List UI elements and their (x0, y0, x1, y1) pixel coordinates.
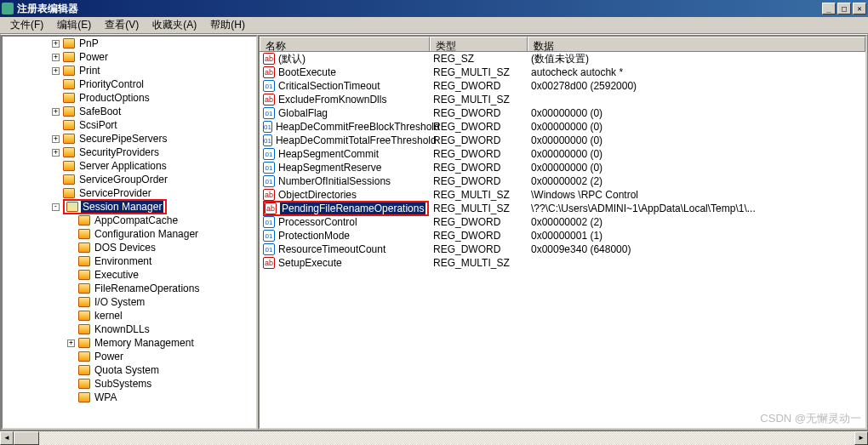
tree-node[interactable]: Configuration Manager (3, 227, 256, 241)
tree-node[interactable]: ScsiPort (3, 118, 256, 132)
expand-icon[interactable]: + (67, 339, 75, 347)
list-row[interactable]: GlobalFlagREG_DWORD0x00000000 (0) (260, 106, 865, 120)
dword-value-icon (263, 243, 275, 255)
scroll-right-button[interactable]: ► (854, 431, 868, 445)
tree-label: Power (93, 351, 125, 362)
list-row[interactable]: ObjectDirectoriesREG_MULTI_SZ\Windows \R… (260, 188, 865, 202)
tree-node[interactable]: FileRenameOperations (3, 282, 256, 295)
value-name: CriticalSectionTimeout (278, 80, 380, 92)
folder-icon (78, 351, 90, 362)
folder-icon (63, 174, 75, 185)
dword-value-icon (263, 230, 275, 242)
scroll-left-button[interactable]: ◄ (0, 431, 14, 445)
close-button[interactable]: ✕ (853, 3, 866, 14)
list-row[interactable]: ProtectionModeREG_DWORD0x00000001 (1) (260, 229, 865, 242)
list-row[interactable]: HeapDeCommitFreeBlockThresholdREG_DWORD0… (260, 120, 865, 134)
folder-icon (78, 392, 90, 402)
tree-label: SecurePipeServers (77, 133, 168, 145)
tree-node[interactable]: +Power (3, 50, 256, 64)
header-data[interactable]: 数据 (528, 37, 865, 51)
value-name: (默认) (278, 52, 306, 66)
tree-node[interactable]: ProductOptions (3, 91, 256, 105)
expand-icon[interactable]: + (52, 149, 60, 157)
tree-node[interactable]: Environment (3, 254, 256, 268)
header-type[interactable]: 类型 (430, 37, 528, 51)
tree-node[interactable]: kernel (3, 309, 256, 322)
folder-icon (78, 311, 90, 321)
tree-node[interactable]: Power (3, 350, 256, 363)
horizontal-scrollbar[interactable]: ◄ ► (0, 431, 868, 444)
list-row[interactable]: ResourceTimeoutCountREG_DWORD0x0009e340 … (260, 242, 865, 256)
tree-node[interactable]: PriorityControl (3, 77, 256, 91)
header-name[interactable]: 名称 (260, 37, 430, 51)
tree-label: Server Applications (77, 160, 168, 172)
expand-icon[interactable]: + (52, 135, 60, 143)
tree-node[interactable]: WPA (3, 391, 256, 404)
tree-node[interactable]: +PnP (3, 37, 256, 50)
tree-node[interactable]: KnownDLLs (3, 322, 256, 336)
scroll-thumb[interactable] (14, 431, 39, 445)
tree-node[interactable]: +SecurityProviders (3, 145, 256, 159)
expand-icon[interactable]: + (52, 54, 60, 61)
tree-node[interactable]: ServiceGroupOrder (3, 173, 256, 186)
tree-node[interactable]: AppCompatCache (3, 214, 256, 227)
dword-value-icon (263, 134, 272, 146)
tree-node[interactable]: -Session Manager (3, 200, 256, 214)
window-controls: _ □ ✕ (822, 3, 866, 14)
list-row[interactable]: CriticalSectionTimeoutREG_DWORD0x00278d0… (260, 79, 865, 93)
minimize-button[interactable]: _ (822, 3, 836, 14)
tree-label: DOS Devices (93, 242, 157, 254)
list-row[interactable]: ProcessorControlREG_DWORD0x00000002 (2) (260, 215, 865, 229)
list-row[interactable]: PendingFileRenameOperationsREG_MULTI_SZ\… (260, 202, 865, 215)
tree-label: FileRenameOperations (93, 282, 201, 294)
tree-node[interactable]: +SecurePipeServers (3, 132, 256, 145)
folder-icon (78, 324, 90, 334)
expand-icon[interactable]: + (52, 40, 60, 48)
list-row[interactable]: SetupExecuteREG_MULTI_SZ (260, 256, 865, 270)
list-row[interactable]: NumberOfInitialSessionsREG_DWORD0x000000… (260, 174, 865, 188)
folder-icon (63, 66, 75, 76)
tree-node[interactable]: +Print (3, 64, 256, 77)
tree-node[interactable]: SubSystems (3, 377, 256, 391)
tree-node[interactable]: Executive (3, 268, 256, 282)
tree-node[interactable]: I/O System (3, 295, 256, 309)
tree-node[interactable]: +SafeBoot (3, 105, 256, 118)
dword-value-icon (263, 148, 275, 160)
list-row[interactable]: BootExecuteREG_MULTI_SZautocheck autochk… (260, 66, 865, 79)
menu-favorites[interactable]: 收藏夹(A) (146, 16, 203, 34)
menu-edit[interactable]: 编辑(E) (50, 16, 98, 34)
value-type: REG_DWORD (430, 162, 528, 174)
menu-help[interactable]: 帮助(H) (203, 16, 252, 34)
tree-node[interactable]: DOS Devices (3, 241, 256, 254)
value-type: REG_MULTI_SZ (430, 189, 528, 201)
window-title: 注册表编辑器 (17, 2, 78, 16)
folder-icon (63, 147, 75, 157)
folder-icon (78, 338, 90, 348)
expand-icon[interactable]: + (52, 108, 60, 116)
value-type: REG_DWORD (430, 107, 528, 119)
tree-node[interactable]: ServiceProvider (3, 186, 256, 200)
scroll-track[interactable] (14, 431, 854, 445)
tree-node[interactable]: Quota System (3, 363, 256, 377)
folder-icon (78, 297, 90, 307)
menu-view[interactable]: 查看(V) (98, 16, 146, 34)
list-row[interactable]: HeapSegmentReserveREG_DWORD0x00000000 (0… (260, 161, 865, 174)
list-row[interactable]: ExcludeFromKnownDllsREG_MULTI_SZ (260, 93, 865, 106)
expand-icon[interactable]: + (52, 67, 60, 75)
maximize-button[interactable]: □ (837, 3, 851, 14)
collapse-icon[interactable]: - (52, 203, 60, 211)
menu-file[interactable]: 文件(F) (3, 16, 50, 34)
tree-node[interactable]: +Memory Management (3, 336, 256, 350)
list-row[interactable]: HeapDeCommitTotalFreeThresholdREG_DWORD0… (260, 134, 865, 147)
tree-label: Configuration Manager (93, 228, 200, 240)
tree-node[interactable]: Server Applications (3, 159, 256, 173)
list-body[interactable]: (默认)REG_SZ(数值未设置)BootExecuteREG_MULTI_SZ… (260, 52, 865, 270)
tree-scroll[interactable]: +PnP+Power+PrintPriorityControlProductOp… (3, 37, 256, 428)
list-row[interactable]: (默认)REG_SZ(数值未设置) (260, 52, 865, 66)
value-name: ProtectionMode (278, 230, 350, 242)
string-value-icon (263, 66, 275, 78)
value-name: ObjectDirectories (278, 189, 357, 201)
list-row[interactable]: HeapSegmentCommitREG_DWORD0x00000000 (0) (260, 147, 865, 161)
dword-value-icon (263, 80, 275, 92)
value-type: REG_DWORD (430, 134, 528, 146)
